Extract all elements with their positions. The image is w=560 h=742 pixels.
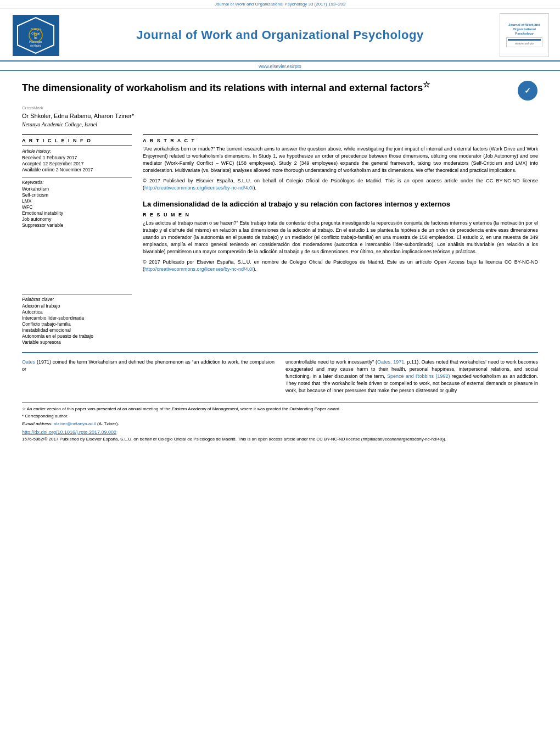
logo-left: Colegio Oficial de Psicólogos de Madrid … <box>11 13 60 57</box>
keyword-job-autonomy: Job autonomy <box>22 216 132 222</box>
oates-inline-link[interactable]: Oates, 1971 <box>377 359 404 365</box>
palabra-adiccion: Adicción al trabajo <box>22 303 132 309</box>
abstract-text: “Are workaholics born or made?” The curr… <box>143 146 538 174</box>
affiliation: Netanya Academic College, Israel <box>22 121 538 127</box>
resumen-text: ¿Los adictos al trabajo nacen o se hacen… <box>143 220 538 255</box>
footnote-email: E-mail address: atziner@netanya.ac.il (A… <box>22 421 538 427</box>
colegio-logo-icon: Colegio Oficial de Psicólogos de Madrid … <box>13 15 59 56</box>
body-left: Oates (1971) coined the term Workaholism… <box>22 359 275 394</box>
crossmark-icon: ✓ <box>517 80 538 101</box>
oates-link[interactable]: Oates <box>22 359 35 365</box>
svg-text:✓: ✓ <box>524 86 531 95</box>
email-link[interactable]: atziner@netanya.ac.il <box>54 421 96 426</box>
resumen-label: R E S U M E N <box>143 212 538 217</box>
svg-text:Colegio: Colegio <box>30 27 41 31</box>
abstract-col: A B S T R A C T “Are workaholics born or… <box>143 134 538 345</box>
paper-title-container: The dimensionality of workaholism and it… <box>22 79 538 101</box>
keywords-label: Keywords: <box>22 177 132 185</box>
section-divider <box>22 352 538 353</box>
keywords-list: Workaholism Self-criticism LMX WFC Emoti… <box>22 186 132 228</box>
spanish-cc-link[interactable]: http://creativecommons.org/licenses/by-n… <box>144 266 254 272</box>
article-info-col: A R T I C L E I N F O Article history: R… <box>22 134 132 345</box>
body-section: Oates (1971) coined the term Workaholism… <box>22 359 538 394</box>
doi-link[interactable]: http://dx.doi.org/10.1016/j.rpto.2017.09… <box>22 429 538 435</box>
palabra-variable: Variable supresora <box>22 339 132 345</box>
palabra-autocrtica: Autocrtica <box>22 309 132 315</box>
main-content: The dimensionality of workaholism and it… <box>0 71 560 448</box>
footnote-asterisk: * Corresponding author. <box>22 413 538 419</box>
paper-title-text: The dimensionality of workaholism and it… <box>22 82 423 93</box>
footnote-star: ☆ An earlier version of this paper was p… <box>22 406 538 412</box>
palabras-list: Adicción al trabajo Autocrtica Intercamb… <box>22 303 132 345</box>
received-date: Received 1 February 2017 <box>22 155 132 160</box>
spanish-copyright: © 2017 Publicado por Elsevier España, S.… <box>143 259 538 273</box>
history-label: Article history: <box>22 148 132 154</box>
journal-website: www.elsevier.es/rpto <box>0 62 560 71</box>
palabra-inestabilidad: Inestabilidad emocional <box>22 327 132 333</box>
title-star: ☆ <box>423 80 430 89</box>
top-journal-ref: Journal of Work and Organizational Psych… <box>0 0 560 9</box>
keyword-wfc: WFC <box>22 204 132 210</box>
keyword-emotional: Emotional instability <box>22 210 132 216</box>
keyword-workaholism: Workaholism <box>22 186 132 192</box>
available-date: Available online 2 November 2017 <box>22 167 132 172</box>
logo-right: Journal of Work and Organizational Psych… <box>500 13 549 57</box>
keyword-suppressor: Suppressor variable <box>22 222 132 228</box>
palabra-autonomia: Autonomía en el puesto de trabajo <box>22 333 132 339</box>
article-info-abstract-section: A R T I C L E I N F O Article history: R… <box>22 134 538 345</box>
issn-text: 1576-5962/© 2017 Published by Elsevier E… <box>22 436 538 442</box>
palabra-intercambio: Intercambio líder-subordinada <box>22 315 132 321</box>
keyword-lmx: LMX <box>22 198 132 204</box>
journal-title: Journal of Work and Organizational Psych… <box>60 28 500 42</box>
accepted-date: Accepted 12 September 2017 <box>22 161 132 166</box>
keyword-self-criticism: Self-criticism <box>22 192 132 198</box>
abstract-copyright: © 2017 Published by Elsevier España, S.L… <box>143 177 538 192</box>
journal-header: Colegio Oficial de Psicólogos de Madrid … <box>0 9 560 62</box>
svg-text:P: P <box>33 32 37 38</box>
spence-link[interactable]: Spence and Robbins (1992) <box>387 373 450 379</box>
authors: Or Shkoler, Edna Rabenu, Aharon Tziner* <box>22 113 538 119</box>
abstract-cc-link[interactable]: http://creativecommons.org/licenses/by-n… <box>144 185 254 191</box>
spanish-title: La dimensionalidad de la adicción al tra… <box>143 200 538 209</box>
footnote-section: ☆ An earlier version of this paper was p… <box>22 403 538 427</box>
body-right: uncontrollable need to work incessantly"… <box>285 359 538 394</box>
svg-text:de Madrid: de Madrid <box>30 44 41 47</box>
article-info-label: A R T I C L E I N F O <box>22 138 132 143</box>
palabras-label: Palabras clave: <box>22 294 132 302</box>
palabra-conflicto: Conflicto trabajo-familia <box>22 321 132 327</box>
abstract-label: A B S T R A C T <box>143 138 538 143</box>
